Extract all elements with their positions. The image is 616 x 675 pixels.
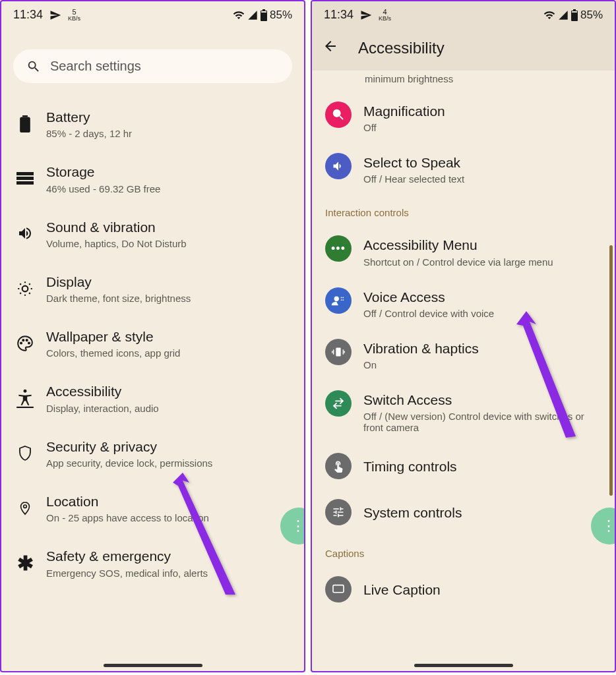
svg-rect-6 <box>16 177 34 180</box>
battery-label: 85% <box>270 9 292 22</box>
setting-item-storage[interactable]: Storage46% used - 69.32 GB free <box>13 151 292 206</box>
setting-subtitle: On - 25 apps have access to location <box>46 512 290 523</box>
setting-title: Display <box>46 273 290 291</box>
setting-item-display[interactable]: DisplayDark theme, font size, brightness <box>13 261 292 316</box>
setting-title: Storage <box>46 163 290 181</box>
battery-label: 85% <box>580 9 603 22</box>
item-subtitle: On <box>363 359 601 370</box>
location-icon <box>18 500 32 517</box>
back-button[interactable] <box>323 38 338 59</box>
setting-item-battery[interactable]: Battery85% - 2 days, 12 hr <box>13 96 292 151</box>
item-vibration[interactable]: Vibration & hapticsOn <box>323 328 604 380</box>
vibration-icon <box>331 345 346 359</box>
setting-subtitle: Dark theme, font size, brightness <box>46 293 290 304</box>
setting-title: Location <box>46 492 290 510</box>
phone-left: 11:34 5KB/s 85% Search settings Battery8… <box>0 0 305 672</box>
shield-icon <box>17 444 33 461</box>
setting-subtitle: Display, interaction, audio <box>46 403 290 414</box>
svg-point-8 <box>22 285 28 291</box>
scrollbar[interactable] <box>609 245 613 496</box>
item-title: Accessibility Menu <box>363 237 601 253</box>
setting-item-accessibility[interactable]: AccessibilityDisplay, interaction, audio <box>13 370 292 425</box>
item-subtitle: Off / Control device with voice <box>363 308 601 319</box>
svg-rect-18 <box>572 11 577 13</box>
search-settings[interactable]: Search settings <box>13 49 292 83</box>
item-title: Magnification <box>363 103 601 119</box>
wifi-icon <box>543 9 555 21</box>
section-interaction: Interaction controls <box>323 194 604 225</box>
item-system-controls[interactable]: System controls <box>323 488 604 535</box>
svg-point-22 <box>341 299 342 301</box>
setting-subtitle: Volume, haptics, Do Not Disturb <box>46 238 290 249</box>
speak-icon <box>332 160 345 173</box>
accessibility-list: MagnificationOff Select to SpeakOff / He… <box>312 91 615 671</box>
setting-item-security[interactable]: Security & privacyApp security, device l… <box>13 426 292 481</box>
back-arrow-icon <box>323 38 338 54</box>
app-header: Accessibility <box>312 26 615 71</box>
svg-rect-5 <box>16 172 34 175</box>
item-subtitle: Off <box>363 122 601 133</box>
status-bar: 11:34 5KB/s 85% <box>1 1 304 28</box>
svg-rect-24 <box>336 347 340 356</box>
setting-title: Security & privacy <box>46 438 290 455</box>
item-accessibility-menu[interactable]: ••• Accessibility MenuShortcut on / Cont… <box>323 225 604 276</box>
item-title: Voice Access <box>363 289 601 305</box>
nav-pill[interactable] <box>104 664 202 667</box>
item-timing-controls[interactable]: Timing controls <box>323 442 604 488</box>
item-voice-access[interactable]: Voice AccessOff / Control device with vo… <box>323 277 604 328</box>
send-icon <box>360 9 372 21</box>
item-title: Switch Access <box>363 392 601 408</box>
item-live-caption[interactable]: Live Caption <box>323 566 604 602</box>
palette-icon <box>16 335 34 352</box>
section-captions: Captions <box>323 535 604 566</box>
search-placeholder: Search settings <box>50 59 141 74</box>
switch-icon <box>331 396 346 411</box>
signal-icon <box>558 10 569 20</box>
setting-title: Wallpaper & style <box>46 328 290 345</box>
setting-item-safety[interactable]: ✱ Safety & emergencyEmergency SOS, medic… <box>13 535 292 590</box>
touch-icon <box>332 459 345 473</box>
voice-icon <box>331 293 346 308</box>
item-title: Vibration & haptics <box>363 340 601 357</box>
svg-rect-17 <box>573 9 576 11</box>
setting-title: Safety & emergency <box>46 547 290 565</box>
setting-subtitle: Colors, themed icons, app grid <box>46 347 290 359</box>
setting-item-location[interactable]: LocationOn - 25 apps have access to loca… <box>13 481 292 535</box>
setting-subtitle: App security, device lock, permissions <box>46 457 290 469</box>
svg-point-13 <box>24 390 27 393</box>
battery-icon <box>261 9 267 21</box>
setting-title: Accessibility <box>46 382 290 400</box>
dots-icon: ⋮ <box>601 517 616 535</box>
item-select-to-speak[interactable]: Select to SpeakOff / Hear selected text <box>323 142 604 194</box>
settings-list: Battery85% - 2 days, 12 hr Storage46% us… <box>1 96 304 671</box>
storage-icon <box>16 172 34 185</box>
svg-point-10 <box>22 339 24 341</box>
item-magnification[interactable]: MagnificationOff <box>323 91 604 142</box>
setting-subtitle: Emergency SOS, medical info, alerts <box>46 568 290 579</box>
wifi-icon <box>233 9 245 21</box>
svg-point-15 <box>24 505 27 508</box>
item-subtitle: Off / (New version) Control device with … <box>363 411 601 433</box>
battery-icon <box>571 9 578 21</box>
battery-icon <box>19 115 31 132</box>
send-icon <box>49 9 61 21</box>
search-icon <box>26 59 41 74</box>
time-label: 11:34 <box>324 8 354 22</box>
setting-subtitle: 46% used - 69.32 GB free <box>46 183 290 194</box>
svg-point-19 <box>334 296 339 301</box>
svg-point-21 <box>342 297 344 298</box>
network-speed: 5KB/s <box>68 9 80 22</box>
setting-item-wallpaper[interactable]: Wallpaper & styleColors, themed icons, a… <box>13 316 292 370</box>
setting-item-sound[interactable]: Sound & vibrationVolume, haptics, Do Not… <box>13 206 292 261</box>
tune-icon <box>332 506 345 519</box>
item-title: Select to Speak <box>363 154 601 171</box>
asterisk-icon: ✱ <box>17 552 34 575</box>
nav-pill[interactable] <box>414 664 513 667</box>
setting-title: Battery <box>46 108 290 126</box>
item-switch-access[interactable]: Switch AccessOff / (New version) Control… <box>323 380 604 442</box>
network-speed: 4KB/s <box>379 9 391 22</box>
status-bar: 11:34 4KB/s 85% <box>312 1 615 28</box>
svg-point-23 <box>342 299 344 301</box>
dots-icon: ⋮ <box>291 517 305 535</box>
item-title: System controls <box>363 504 601 521</box>
